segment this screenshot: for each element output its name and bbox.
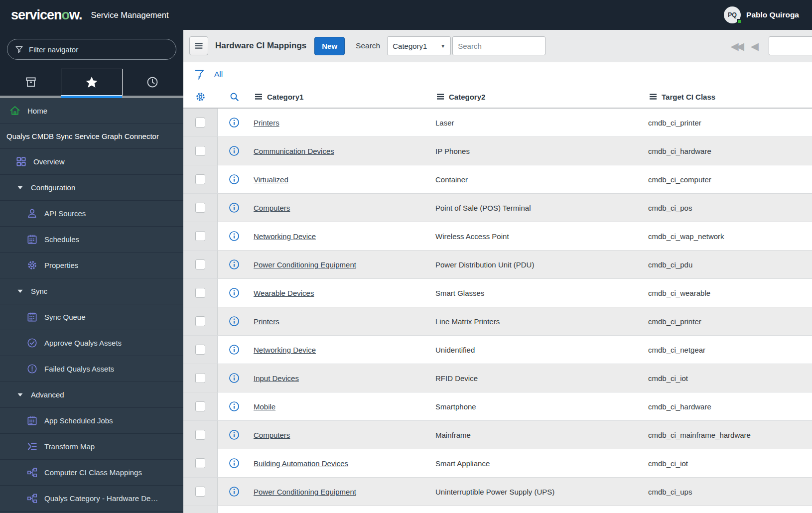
category1-link[interactable]: Networking Device bbox=[254, 346, 316, 354]
servicenow-logo[interactable]: servicenow. bbox=[11, 7, 82, 23]
row-checkbox[interactable] bbox=[195, 288, 205, 298]
previous-page-button[interactable]: ◀ bbox=[751, 41, 759, 51]
calendar-icon bbox=[26, 415, 38, 427]
info-icon[interactable] bbox=[228, 315, 240, 327]
sidebar-item-label: Computer CI Class Mappings bbox=[44, 468, 142, 477]
sidebar-app-title[interactable]: Qualys CMDB Sync Service Graph Connector bbox=[0, 124, 183, 149]
info-cell bbox=[218, 449, 251, 477]
sidebar-item-advanced[interactable]: Advanced bbox=[0, 382, 183, 408]
first-page-button[interactable]: ◀◀ bbox=[731, 41, 742, 51]
info-icon[interactable] bbox=[228, 400, 240, 412]
sidebar-item-home[interactable]: Home bbox=[0, 98, 183, 124]
row-checkbox[interactable] bbox=[195, 430, 205, 440]
checkbox-cell bbox=[183, 109, 218, 136]
info-icon[interactable] bbox=[228, 202, 240, 214]
filter-navigator[interactable] bbox=[7, 39, 176, 60]
category1-link[interactable]: Input Devices bbox=[254, 374, 299, 383]
info-cell bbox=[218, 137, 251, 165]
category1-link[interactable]: Networking Device bbox=[254, 232, 316, 241]
column-search-toggle[interactable] bbox=[218, 86, 251, 108]
search-label: Search bbox=[356, 41, 380, 50]
column-label: Category1 bbox=[267, 93, 303, 101]
row-checkbox[interactable] bbox=[195, 373, 205, 383]
info-icon[interactable] bbox=[228, 117, 240, 128]
info-icon[interactable] bbox=[228, 429, 240, 441]
row-checkbox[interactable] bbox=[195, 259, 205, 269]
row-checkbox[interactable] bbox=[195, 203, 205, 213]
row-checkbox[interactable] bbox=[195, 231, 205, 241]
checkbox-cell bbox=[183, 449, 218, 477]
sidebar-item-properties[interactable]: Properties bbox=[0, 253, 183, 278]
info-icon[interactable] bbox=[228, 457, 240, 469]
info-icon[interactable] bbox=[228, 173, 240, 185]
info-icon[interactable] bbox=[228, 486, 240, 498]
list-settings-gear[interactable] bbox=[183, 86, 218, 108]
sidebar-item-failed-qualys-assets[interactable]: Failed Qualys Assets bbox=[0, 356, 183, 382]
category1-link[interactable]: Virtualized bbox=[254, 175, 288, 184]
sidebar-item-configuration[interactable]: Configuration bbox=[0, 175, 183, 201]
checkbox-cell bbox=[183, 364, 218, 392]
new-button[interactable]: New bbox=[314, 37, 345, 55]
info-icon[interactable] bbox=[228, 230, 240, 242]
list-context-menu-button[interactable] bbox=[189, 36, 208, 55]
sidebar-item-sync-queue[interactable]: Sync Queue bbox=[0, 304, 183, 330]
column-header-category1[interactable]: Category1 bbox=[251, 86, 432, 108]
list-search-input[interactable] bbox=[452, 36, 545, 55]
category1-cell: Mobile bbox=[251, 392, 432, 420]
tab-all-applications[interactable] bbox=[0, 69, 61, 96]
row-checkbox[interactable] bbox=[195, 401, 205, 411]
sidebar-item-app-scheduled-jobs[interactable]: App Scheduled Jobs bbox=[0, 408, 183, 434]
home-icon bbox=[9, 105, 21, 117]
target-ci-class-cell: cmdb_ci_mainframe_hardware bbox=[645, 421, 812, 449]
row-checkbox[interactable] bbox=[195, 174, 205, 184]
info-icon[interactable] bbox=[228, 258, 240, 270]
sidebar-item-qualys-category-hardware-de[interactable]: Qualys Category - Hardware De… bbox=[0, 486, 183, 512]
category1-link[interactable]: Communication Devices bbox=[254, 147, 334, 155]
search-column-select[interactable]: Category1 ▼ bbox=[387, 36, 451, 55]
checkbox-cell bbox=[183, 307, 218, 335]
category1-link[interactable]: Wearable Devices bbox=[254, 289, 314, 297]
category1-link[interactable]: Printers bbox=[254, 119, 279, 127]
row-checkbox[interactable] bbox=[195, 487, 205, 497]
tab-favorites[interactable] bbox=[61, 69, 122, 96]
column-header-target-ci-class[interactable]: Target CI Class bbox=[645, 86, 812, 108]
sidebar-item-computer-ci-class-mappings[interactable]: Computer CI Class Mappings bbox=[0, 460, 183, 486]
category2-cell: RFID Device bbox=[432, 364, 645, 392]
filter-navigator-input[interactable] bbox=[29, 45, 169, 54]
category1-link[interactable]: Computers bbox=[254, 431, 290, 439]
filter-icon[interactable] bbox=[193, 68, 205, 80]
row-checkbox[interactable] bbox=[195, 146, 205, 156]
sidebar-item-transform-map[interactable]: Transform Map bbox=[0, 434, 183, 460]
row-range-input[interactable] bbox=[769, 36, 812, 55]
row-checkbox[interactable] bbox=[195, 118, 205, 128]
sidebar-item-overview[interactable]: Overview bbox=[0, 149, 183, 175]
logo-green-o: o bbox=[62, 7, 70, 23]
list-title: Hardware CI Mappings bbox=[215, 41, 306, 51]
breadcrumb-all[interactable]: All bbox=[214, 70, 223, 79]
user-name[interactable]: Pablo Quiroga bbox=[746, 10, 799, 19]
category1-link[interactable]: Printers bbox=[254, 317, 279, 326]
sidebar-item-approve-qualys-assets[interactable]: Approve Qualys Assets bbox=[0, 330, 183, 356]
sidebar-item-schedules[interactable]: Schedules bbox=[0, 227, 183, 253]
row-checkbox[interactable] bbox=[195, 345, 205, 355]
info-icon[interactable] bbox=[228, 344, 240, 356]
tab-history[interactable] bbox=[123, 69, 183, 96]
category1-link[interactable]: Building Automation Devices bbox=[254, 459, 348, 468]
row-checkbox[interactable] bbox=[195, 316, 205, 326]
row-checkbox[interactable] bbox=[195, 458, 205, 468]
sidebar-item-api-sources[interactable]: API Sources bbox=[0, 201, 183, 227]
info-icon[interactable] bbox=[228, 145, 240, 157]
chevron-down-icon bbox=[15, 285, 25, 297]
category1-link[interactable]: Computers bbox=[254, 204, 290, 212]
column-label: Category2 bbox=[449, 93, 485, 101]
category1-link[interactable]: Power Conditioning Equipment bbox=[254, 260, 356, 269]
sidebar-item-sync[interactable]: Sync bbox=[0, 278, 183, 304]
info-icon[interactable] bbox=[228, 372, 240, 384]
category1-link[interactable]: Mobile bbox=[254, 402, 275, 411]
avatar[interactable]: PQ bbox=[724, 6, 741, 23]
category1-link[interactable]: Power Conditioning Equipment bbox=[254, 488, 356, 496]
info-icon[interactable] bbox=[228, 287, 240, 299]
tab-underline bbox=[0, 96, 183, 98]
info-cell bbox=[218, 421, 251, 449]
column-header-category2[interactable]: Category2 bbox=[432, 86, 645, 108]
